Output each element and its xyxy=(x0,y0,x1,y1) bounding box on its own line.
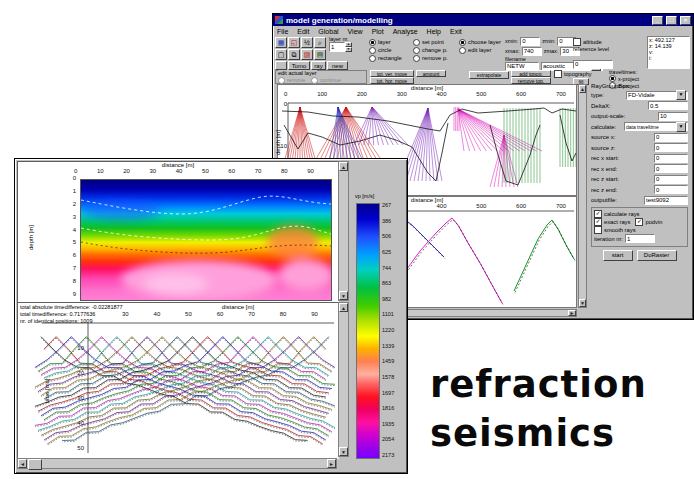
doc-icon[interactable] xyxy=(275,49,287,60)
tomogram-pane[interactable]: distance [m] 0102030405060708090 0123456… xyxy=(17,161,339,303)
type-value: FD-Vidale xyxy=(628,92,655,98)
remove-top-button[interactable]: remove top. xyxy=(511,77,551,84)
menu-item[interactable]: File xyxy=(277,28,288,35)
radio-rectangle[interactable] xyxy=(369,55,376,62)
colorbar-value: 1697 xyxy=(382,390,394,396)
tomo-button[interactable]: Tomo xyxy=(288,61,310,70)
extrapolate-button[interactable]: extrapolate xyxy=(469,71,509,79)
dropdown-arrow-icon[interactable] xyxy=(676,90,686,100)
horizontal-scrollbar[interactable] xyxy=(17,458,337,469)
open-icon[interactable] xyxy=(288,37,300,48)
dropdown-arrow-icon[interactable] xyxy=(676,122,686,132)
exact-rays-checkbox[interactable] xyxy=(594,218,602,226)
rec-x-end-input[interactable] xyxy=(654,164,688,173)
radio-remove-p[interactable] xyxy=(413,55,420,62)
plot-vertical-scrollbar[interactable] xyxy=(578,84,587,308)
menu-item[interactable]: Edit xyxy=(297,28,309,35)
reference-level-input[interactable] xyxy=(573,60,613,69)
xmin-input[interactable] xyxy=(520,37,540,46)
title-bar[interactable]: model generation/modelling _ □ × xyxy=(273,14,693,26)
doraster-button[interactable]: DoRaster xyxy=(637,250,677,261)
traveltime-vertical-scrollbar[interactable] xyxy=(338,302,349,457)
rec-z-end-input[interactable] xyxy=(654,185,688,194)
tick-label: 9 xyxy=(73,291,76,297)
podvin-checkbox[interactable] xyxy=(635,218,643,226)
source-z-input[interactable] xyxy=(654,143,688,152)
scroll-down-button[interactable] xyxy=(339,447,348,456)
scroll-left-button[interactable] xyxy=(18,459,27,468)
topography-checkbox[interactable] xyxy=(554,70,562,78)
scroll-right-button[interactable] xyxy=(327,459,336,468)
source-x-input[interactable] xyxy=(654,133,688,142)
checkbox-label: podvin xyxy=(645,219,662,225)
radio-layer[interactable] xyxy=(369,39,376,46)
tick-label: 70 xyxy=(255,168,262,174)
calculate-select[interactable]: data traveltime xyxy=(624,122,688,131)
tick-label: 20 xyxy=(123,168,130,174)
scroll-up-button[interactable] xyxy=(339,303,348,312)
zoom-icon[interactable] xyxy=(314,37,326,48)
copy-icon[interactable] xyxy=(288,49,300,60)
ray-groupbox-panel: RayGroupBox type: FD-Vidale DeltaX: outp… xyxy=(589,82,690,316)
colorbar-value: 1220 xyxy=(382,327,394,333)
colorbar-value: 2173 xyxy=(382,452,394,458)
rec-z-start-input[interactable] xyxy=(654,175,688,184)
xmax-input[interactable] xyxy=(522,47,542,56)
tick-label: 40 xyxy=(176,168,183,174)
half-icon[interactable] xyxy=(301,37,313,48)
menu-item[interactable]: Global xyxy=(318,28,338,35)
menu-item[interactable]: View xyxy=(348,28,363,35)
radio-change-p[interactable] xyxy=(413,47,420,54)
colorbar-panel: vp [m/s] 2673865066257448639821101122013… xyxy=(351,161,403,469)
tot-ver-move-button[interactable]: tot. ver. move xyxy=(370,70,414,77)
tick-label: 1 xyxy=(73,188,76,194)
minimize-button[interactable]: _ xyxy=(652,16,663,25)
colorbar-value: 267 xyxy=(382,202,391,208)
scroll-down-button[interactable] xyxy=(339,291,348,300)
scrollbar-thumb[interactable] xyxy=(28,459,42,470)
outputfile-input[interactable] xyxy=(644,196,688,205)
start-button[interactable]: start xyxy=(603,250,633,261)
scroll-right-button[interactable] xyxy=(568,310,576,316)
layer-nr-input[interactable] xyxy=(329,42,345,52)
layers-icon[interactable] xyxy=(314,49,326,60)
radio-x-project[interactable] xyxy=(609,75,616,82)
ray-button[interactable]: ray xyxy=(311,61,326,70)
tot-hor-move-button[interactable]: tot. hor. move xyxy=(370,77,414,84)
move-buttons: tot. ver. move tot. hor. move xyxy=(370,70,414,84)
calculate-rays-checkbox[interactable] xyxy=(594,210,602,218)
output-scale-input[interactable] xyxy=(658,112,688,121)
radio-set-point[interactable] xyxy=(413,39,420,46)
new-button[interactable]: new xyxy=(327,61,348,70)
scroll-up-button[interactable] xyxy=(579,85,586,93)
radio-circle[interactable] xyxy=(369,47,376,54)
menu-item[interactable]: Help xyxy=(427,28,441,35)
maximize-button[interactable]: □ xyxy=(666,16,677,25)
menu-item[interactable]: Analyse xyxy=(393,28,418,35)
scroll-up-button[interactable] xyxy=(339,162,348,171)
tomogram-vertical-scrollbar[interactable] xyxy=(338,161,349,301)
altitude-checkbox[interactable] xyxy=(573,38,581,46)
traveltime-pane[interactable]: total absolute timedifference: -0.022818… xyxy=(17,302,339,459)
add-topog-button[interactable]: add topog. xyxy=(511,70,551,77)
radio-choose-layer[interactable] xyxy=(459,39,466,46)
rec-z-start-label: rec z start: xyxy=(591,176,619,182)
colorbar-value: 863 xyxy=(382,280,391,286)
colorbar-value: 1459 xyxy=(382,358,394,364)
type-select[interactable]: FD-Vidale xyxy=(626,91,688,100)
grid-icon[interactable] xyxy=(275,37,287,48)
layer-nr-spinner[interactable]: ▲▼ xyxy=(345,42,352,52)
tick-label: 7 xyxy=(73,265,76,271)
tick-label: 3 xyxy=(73,214,76,220)
altitude-label: altitude xyxy=(583,39,602,45)
smooth-rays-checkbox[interactable] xyxy=(594,226,602,234)
close-button[interactable]: × xyxy=(680,16,691,25)
menu-item[interactable]: Exit xyxy=(450,28,462,35)
pattern-icon[interactable] xyxy=(301,49,313,60)
iteration-input[interactable] xyxy=(625,234,655,243)
deltax-input[interactable] xyxy=(648,101,688,110)
radio-edit-layer[interactable] xyxy=(459,47,466,54)
rec-x-start-input[interactable] xyxy=(654,154,688,163)
scroll-down-button[interactable] xyxy=(579,299,586,307)
menu-item[interactable]: Plot xyxy=(372,28,384,35)
